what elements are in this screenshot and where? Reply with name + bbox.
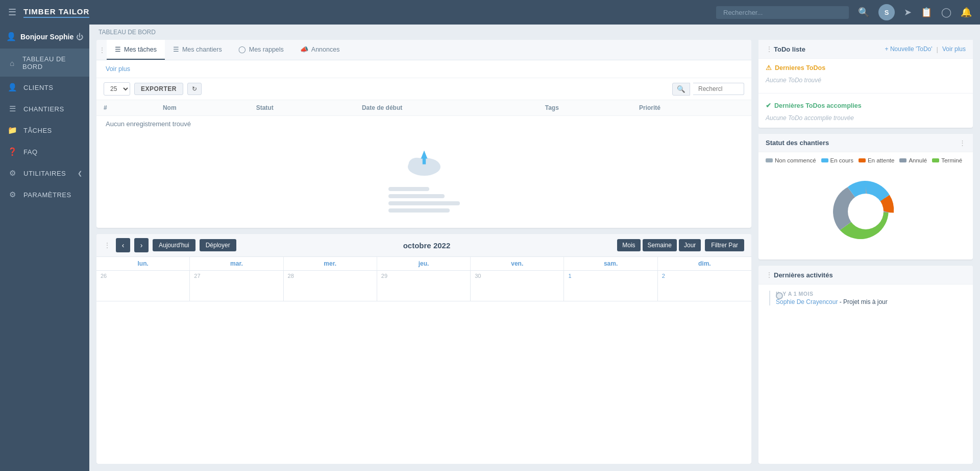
sidebar-label-clients: CLIENTS xyxy=(23,84,53,91)
cal-cell-30[interactable]: 30 xyxy=(471,271,564,301)
avatar[interactable]: S xyxy=(878,4,895,20)
tab-annonces[interactable]: 📣 Annonces xyxy=(292,40,348,60)
parametres-icon: ⚙ xyxy=(7,190,18,199)
svg-point-2 xyxy=(424,159,439,171)
legend-label-en-cours: En cours xyxy=(830,157,853,163)
legend-annule: Annulé xyxy=(899,157,927,163)
calendar-filter-button[interactable]: Filtrer Par xyxy=(705,239,744,251)
chantiers-status-card: Statut des chantiers ⋮ Non commencé En c… xyxy=(758,134,973,260)
calendar-deploy-button[interactable]: Déployer xyxy=(200,239,236,251)
cal-cell-29[interactable]: 29 xyxy=(377,271,471,301)
voir-plus-link[interactable]: Voir plus xyxy=(106,65,130,73)
tab-mes-chantiers-label: Mes chantiers xyxy=(182,46,222,53)
donut-hole xyxy=(848,194,884,229)
drag-handle-icon[interactable]: ⋮ xyxy=(99,46,106,54)
chantiers-status-header: Statut des chantiers ⋮ xyxy=(758,134,973,152)
bell-icon[interactable]: 🔔 xyxy=(961,7,972,18)
legend-label-en-attente: En attente xyxy=(868,157,894,163)
sidebar-item-taches[interactable]: 📁 TÂCHES xyxy=(0,120,89,141)
cal-view-semaine[interactable]: Semaine xyxy=(643,239,677,251)
sidebar-item-faq[interactable]: ❓ FAQ xyxy=(0,141,89,162)
share-icon[interactable]: ➤ xyxy=(904,7,912,18)
sidebar-item-utilitaires[interactable]: ⚙ UTILITAIRES ❮ xyxy=(0,162,89,184)
clock-icon[interactable]: ◯ xyxy=(941,7,951,18)
cal-view-mois[interactable]: Mois xyxy=(617,239,640,251)
chantiers-drag-handle[interactable]: ⋮ xyxy=(959,139,966,147)
tab-annonces-label: Annonces xyxy=(311,46,340,53)
export-button[interactable]: EXPORTER xyxy=(134,83,183,95)
cal-cell-1[interactable]: 1 xyxy=(564,271,657,301)
new-todo-link[interactable]: + Nouvelle 'ToDo' xyxy=(885,45,933,53)
sidebar-label-parametres: PARAMÈTRES xyxy=(23,191,71,199)
legend-termine: Terminé xyxy=(932,157,962,163)
sidebar-item-tableau-de-bord[interactable]: ⌂ TABLEAU DE BORD xyxy=(0,49,89,77)
global-search-input[interactable] xyxy=(716,6,849,19)
todo-success-label: Dernières ToDos accomplies xyxy=(774,102,862,109)
hamburger-icon[interactable]: ☰ xyxy=(8,7,16,18)
chantiers-status-title: Statut des chantiers xyxy=(766,139,829,147)
legend-dot-en-cours xyxy=(821,158,828,162)
activity-link-0[interactable]: Sophie De Crayencour xyxy=(776,298,838,305)
skeleton-line-4 xyxy=(388,208,450,213)
activities-body: IL Y A 1 MOIS Sophie De Crayencour - Pro… xyxy=(758,285,973,464)
todo-separator xyxy=(758,93,973,93)
clipboard-icon[interactable]: 📋 xyxy=(921,7,932,18)
search-icon[interactable]: 🔍 xyxy=(858,7,869,18)
calendar-next-button[interactable]: › xyxy=(134,238,149,252)
day-header-ven: ven. xyxy=(471,257,564,270)
sidebar-item-parametres[interactable]: ⚙ PARAMÈTRES xyxy=(0,184,89,205)
cal-cell-2[interactable]: 2 xyxy=(658,271,751,301)
activity-item-0: IL Y A 1 MOIS Sophie De Crayencour - Pro… xyxy=(776,291,966,305)
calendar-prev-button[interactable]: ‹ xyxy=(116,238,130,252)
sidebar-item-chantiers[interactable]: ☰ CHANTIERS xyxy=(0,98,89,120)
activities-header: ⋮ Dernières activités xyxy=(758,266,973,285)
table-search-icon-button[interactable]: 🔍 xyxy=(672,83,690,96)
cal-cell-26[interactable]: 26 xyxy=(96,271,190,301)
sidebar-nav: ⌂ TABLEAU DE BORD 👤 CLIENTS ☰ CHANTIERS … xyxy=(0,49,89,471)
breadcrumb-text: TABLEAU DE BORD xyxy=(99,29,156,36)
activities-drag-handle[interactable]: ⋮ xyxy=(766,271,773,279)
tab-mes-taches[interactable]: ☰ Mes tâches xyxy=(107,40,165,60)
content-area: ⋮ ☰ Mes tâches ☰ Mes chantiers ◯ xyxy=(89,40,980,471)
tasks-card-header: ⋮ ☰ Mes tâches ☰ Mes chantiers ◯ xyxy=(96,40,751,60)
per-page-select[interactable]: 25 xyxy=(104,82,130,96)
view-todo-link[interactable]: Voir plus xyxy=(942,45,966,53)
legend-non-commence: Non commencé xyxy=(766,157,816,163)
table-search-input[interactable] xyxy=(693,83,744,95)
legend-dot-annule xyxy=(899,158,906,162)
activity-dot-0 xyxy=(776,292,783,299)
todo-drag-handle[interactable]: ⋮ xyxy=(766,45,773,53)
legend-en-cours: En cours xyxy=(821,157,853,163)
sidebar-item-clients[interactable]: 👤 CLIENTS xyxy=(0,77,89,98)
day-header-mer: mer. xyxy=(284,257,377,270)
top-nav: ☰ TIMBER TAILOR 🔍 S ➤ 📋 ◯ 🔔 xyxy=(0,0,980,25)
legend-label-non-commence: Non commencé xyxy=(775,157,816,163)
todo-header: ⋮ ToDo liste + Nouvelle 'ToDo' | Voir pl… xyxy=(758,40,973,59)
col-hash: # xyxy=(96,100,156,116)
top-search-area: 🔍 S ➤ 📋 ◯ 🔔 xyxy=(716,4,972,20)
day-header-lun: lun. xyxy=(96,257,190,270)
cal-cell-28[interactable]: 28 xyxy=(284,271,377,301)
calendar-today-button[interactable]: Aujourd'hui xyxy=(153,239,195,251)
tab-mes-chantiers[interactable]: ☰ Mes chantiers xyxy=(165,40,230,60)
legend-dot-non-commence xyxy=(766,158,773,162)
tab-mes-rappels[interactable]: ◯ Mes rappels xyxy=(230,40,292,60)
activity-desc-0: - Projet mis à jour xyxy=(840,298,888,305)
tasks-card: ⋮ ☰ Mes tâches ☰ Mes chantiers ◯ xyxy=(96,40,751,228)
cal-view-jour[interactable]: Jour xyxy=(679,239,701,251)
table-toolbar: 25 EXPORTER ↻ 🔍 xyxy=(96,78,751,100)
skeleton-line-1 xyxy=(388,187,429,191)
power-icon[interactable]: ⏻ xyxy=(76,33,83,41)
donut-chart-container xyxy=(758,166,973,260)
legend-label-annule: Annulé xyxy=(909,157,927,163)
todo-section-dernieres: ⚠ Dernieres ToDos Aucune ToDo trouvé xyxy=(758,59,973,90)
legend-dot-termine xyxy=(932,158,939,162)
main-layout: 👤 Bonjour Sophie ⏻ ⌂ TABLEAU DE BORD 👤 C… xyxy=(0,25,980,471)
calendar-drag-handle[interactable]: ⋮ xyxy=(104,241,111,249)
refresh-button[interactable]: ↻ xyxy=(187,83,202,95)
todo-warning-label: Dernieres ToDos xyxy=(775,64,825,72)
svg-marker-3 xyxy=(421,150,427,158)
mes-chantiers-icon: ☰ xyxy=(173,45,179,53)
calendar-card: ⋮ ‹ › Aujourd'hui Déployer octobre 2022 … xyxy=(96,234,751,464)
cal-cell-27[interactable]: 27 xyxy=(190,271,283,301)
